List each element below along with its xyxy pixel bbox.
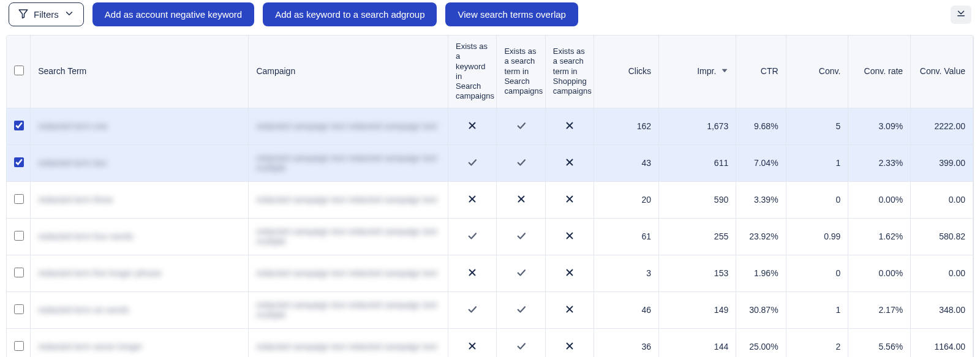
cell-search-term: redacted term two: [31, 145, 249, 181]
cell-campaign: redacted campaign text redacted campaign…: [249, 291, 448, 328]
cell-conv-value: 348.00: [911, 291, 973, 328]
cell-clicks: 46: [594, 291, 659, 328]
cell-exists-term-search: [497, 255, 545, 291]
row-checkbox[interactable]: [14, 231, 24, 241]
cell-exists-keyword-search: [448, 255, 497, 291]
cell-clicks: 43: [594, 145, 659, 181]
table-row: redacted term seven longerredacted campa…: [7, 328, 973, 357]
check-icon: [516, 160, 527, 170]
cell-exists-term-search: [497, 218, 545, 255]
cell-conv-value: 2222.00: [911, 108, 973, 145]
cell-ctr: 3.39%: [736, 181, 786, 218]
header-clicks[interactable]: Clicks: [594, 36, 659, 108]
filters-button[interactable]: Filters: [9, 2, 84, 26]
cell-conv-rate: 0.00%: [848, 181, 911, 218]
cell-conv: 1: [786, 145, 848, 181]
cell-impr: 611: [659, 145, 736, 181]
header-conv[interactable]: Conv.: [786, 36, 848, 108]
cell-ctr: 30.87%: [736, 291, 786, 328]
header-search-term[interactable]: Search Term: [31, 36, 249, 108]
view-overlap-button[interactable]: View search terms overlap: [445, 2, 578, 26]
campaign-text: redacted campaign text redacted campaign…: [256, 342, 437, 351]
cell-ctr: 7.04%: [736, 145, 786, 181]
cell-conv-value: 399.00: [911, 145, 973, 181]
campaign-text: redacted campaign text redacted campaign…: [256, 300, 440, 320]
cell-exists-keyword-search: [448, 145, 497, 181]
x-icon: [467, 123, 478, 133]
select-all-checkbox[interactable]: [14, 66, 24, 75]
header-select-all: [7, 36, 31, 108]
cell-exists-keyword-search: [448, 218, 497, 255]
row-checkbox[interactable]: [14, 304, 24, 314]
svg-marker-2: [722, 69, 727, 72]
header-conv-value[interactable]: Conv. Value: [911, 36, 973, 108]
cell-clicks: 20: [594, 181, 659, 218]
table-row: redacted term oneredacted campaign text …: [7, 108, 973, 145]
header-campaign[interactable]: Campaign: [249, 36, 448, 108]
cell-search-term: redacted term seven longer: [31, 328, 249, 357]
cell-campaign: redacted campaign text redacted campaign…: [249, 108, 448, 145]
header-ctr[interactable]: CTR: [736, 36, 786, 108]
search-term-text: redacted term one: [38, 121, 108, 131]
search-term-text: redacted term six words: [38, 305, 129, 315]
header-exists-term-shopping[interactable]: Exists as a search term in Shopping camp…: [545, 36, 594, 108]
x-icon: [467, 270, 478, 280]
row-checkbox[interactable]: [14, 341, 24, 351]
cell-conv: 1: [786, 291, 848, 328]
table-row: redacted term four wordsredacted campaig…: [7, 218, 973, 255]
cell-conv-value: 0.00: [911, 255, 973, 291]
row-checkbox[interactable]: [14, 157, 24, 167]
cell-search-term: redacted term five longer phrase: [31, 255, 249, 291]
header-conv-rate[interactable]: Conv. rate: [848, 36, 911, 108]
cell-conv: 5: [786, 108, 848, 145]
cell-conv-rate: 2.17%: [848, 291, 911, 328]
campaign-text: redacted campaign text redacted campaign…: [256, 268, 437, 278]
header-impr[interactable]: Impr.: [659, 36, 736, 108]
cell-impr: 255: [659, 218, 736, 255]
sort-descending-icon: [721, 66, 728, 77]
cell-exists-term-search: [497, 145, 545, 181]
search-term-text: redacted term three: [38, 195, 113, 205]
cell-clicks: 61: [594, 218, 659, 255]
row-checkbox[interactable]: [14, 268, 24, 277]
campaign-text: redacted campaign text redacted campaign…: [256, 195, 437, 205]
collapse-panel-button[interactable]: [951, 6, 971, 24]
cell-campaign: redacted campaign text redacted campaign…: [249, 255, 448, 291]
cell-clicks: 36: [594, 328, 659, 357]
cell-conv-value: 0.00: [911, 181, 973, 218]
cell-exists-term-search: [497, 108, 545, 145]
cell-conv-rate: 1.62%: [848, 218, 911, 255]
x-icon: [564, 123, 575, 133]
cell-exists-term-shopping: [545, 145, 594, 181]
cell-exists-term-shopping: [545, 255, 594, 291]
row-checkbox[interactable]: [14, 121, 24, 130]
table-row: redacted term tworedacted campaign text …: [7, 145, 973, 181]
cell-exists-term-shopping: [545, 181, 594, 218]
table-row: redacted term threeredacted campaign tex…: [7, 181, 973, 218]
cell-exists-term-shopping: [545, 328, 594, 357]
cell-clicks: 3: [594, 255, 659, 291]
cell-ctr: 9.68%: [736, 108, 786, 145]
add-negative-keyword-button[interactable]: Add as account negative keyword: [92, 2, 254, 26]
cell-ctr: 1.96%: [736, 255, 786, 291]
header-exists-keyword-search[interactable]: Exists as a keyword in Search campaigns: [448, 36, 497, 108]
header-exists-term-search[interactable]: Exists as a search term in Search campai…: [497, 36, 545, 108]
campaign-text: redacted campaign text redacted campaign…: [256, 153, 440, 173]
cell-search-term: redacted term one: [31, 108, 249, 145]
cell-ctr: 23.92%: [736, 218, 786, 255]
cell-exists-term-search: [497, 328, 545, 357]
row-checkbox[interactable]: [14, 194, 24, 204]
x-icon: [467, 197, 478, 206]
campaign-text: redacted campaign text redacted campaign…: [256, 121, 437, 131]
check-icon: [467, 307, 478, 317]
cell-exists-keyword-search: [448, 291, 497, 328]
collapse-down-icon: [956, 8, 967, 21]
cell-exists-keyword-search: [448, 328, 497, 357]
cell-exists-keyword-search: [448, 181, 497, 218]
cell-conv: 0: [786, 181, 848, 218]
cell-campaign: redacted campaign text redacted campaign…: [249, 181, 448, 218]
cell-campaign: redacted campaign text redacted campaign…: [249, 145, 448, 181]
campaign-text: redacted campaign text redacted campaign…: [256, 227, 440, 246]
add-keyword-adgroup-button[interactable]: Add as keyword to a search adgroup: [263, 2, 437, 26]
cell-conv: 2: [786, 328, 848, 357]
